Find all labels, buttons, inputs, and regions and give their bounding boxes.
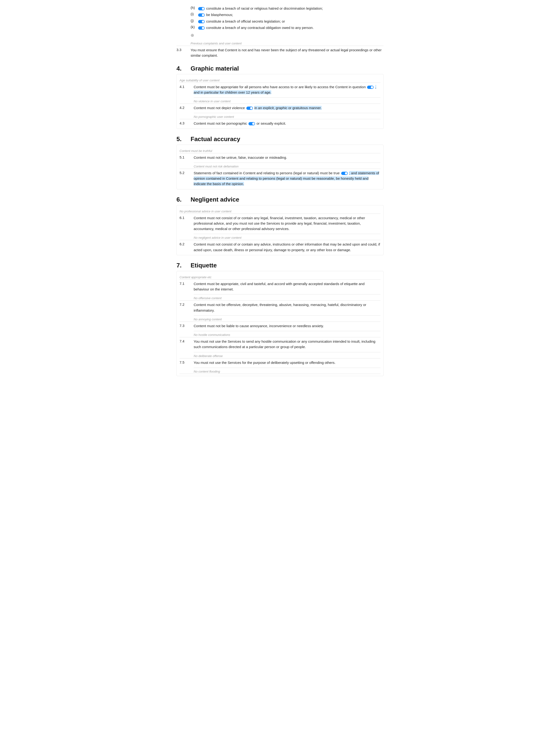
clause-5-1-text: Content must not be untrue, false, inacc… [194,155,381,160]
section6-title: Negligent advice [190,196,239,203]
clause-7-1-num: 7.1 [179,281,194,286]
list-label-h: (h) [190,6,198,10]
list-item-j-toggle: constitute a breach of official secrets … [198,19,285,24]
clause-7-2-text: Content must not be offensive, deceptive… [194,302,381,313]
cross-icon-row: ⊕ [190,33,384,37]
list-item-h: (h) constitute a breach of racial or rel… [190,6,384,11]
toggle-i[interactable] [198,13,205,17]
clause-6-2-row: 6.2 Content must not consist of or conta… [179,242,381,253]
cross-icon: ⊕ [190,33,195,37]
clause-7-3-label: No annoying content [194,315,381,321]
clause-7-5-num: 7.5 [179,360,194,364]
clause-4-1-label: Age suitability of user content [179,79,381,82]
clause-7-2-label: No offensive content [194,294,381,300]
section4-box: Age suitability of user content 4.1 Cont… [176,74,384,129]
clause-7-4-row: 7.4 You must not use the Services to sen… [179,339,381,350]
clause-4-3-after: or sexually explicit. [257,121,286,125]
clause-4-2-after: in an explicit, graphic or gratuitous ma… [254,106,322,110]
clause-6-2-text: Content must not consist of or contain a… [194,242,381,253]
clause-7-5-row: 7.5 You must not use the Services for th… [179,360,381,365]
list-label-j: (j) [190,19,198,23]
section5-number: 5. [176,136,190,143]
toggle-j[interactable] [198,20,205,23]
section6-number: 6. [176,196,190,203]
list-item-k-toggle: constitute a breach of any contractual o… [198,25,314,30]
section4-header: 4. Graphic material [176,65,384,72]
clause-6-2-num: 6.2 [179,242,194,246]
clause-6-1-num: 6.1 [179,215,194,220]
clause-5-2-num: 5.2 [179,170,194,175]
clause-4-1-text: Content must be appropriate for all pers… [194,84,381,95]
clause-3-3-num: 3.3 [176,47,190,52]
clause-7-1-row: 7.1 Content must be appropriate, civil a… [179,281,381,292]
list-items-hk: (h) constitute a breach of racial or rel… [176,6,384,30]
clause-7-4-num: 7.4 [179,339,194,343]
clause-6-1-text: Content must not consist of or contain a… [194,215,381,232]
section4-number: 4. [176,65,190,72]
list-item-j: (j) constitute a breach of official secr… [190,19,384,24]
section5-header: 5. Factual accuracy [176,136,384,143]
clause-6-2-label: No negligent advice in user content [194,234,381,240]
clause-4-1-num: 4.1 [179,84,194,89]
clause-4-3-text: Content must not be pornographic or sexu… [194,121,381,126]
section6-box: No professional advice in user content 6… [176,205,384,255]
section5-title: Factual accuracy [190,136,240,143]
clause-7-1-text: Content must be appropriate, civil and t… [194,281,381,292]
clause-4-2-text: Content must not depict violence in an e… [194,105,381,111]
list-item-i: (i) be blasphemous; [190,12,384,17]
toggle-4-3[interactable] [249,122,255,125]
clause-3-3-row: 3.3 You must ensure that Content is not … [176,47,384,58]
clause-no-flooding-label: No content flooding [194,367,381,373]
list-item-i-toggle: be blasphemous; [198,12,233,17]
clause-7-4-text: You must not use the Services to send an… [194,339,381,350]
clause-5-1-row: 5.1 Content must not be untrue, false, i… [179,155,381,160]
clause-7-2-row: 7.2 Content must not be offensive, decep… [179,302,381,313]
clause-7-3-num: 7.3 [179,323,194,328]
clause-7-3-text: Content must not be liable to cause anno… [194,323,381,329]
clause-3-3-text: You must ensure that Content is not and … [190,47,384,58]
clause-5-1-label: Content must be truthful [179,149,381,153]
prev-complaints-label: Previous complaints and user content [190,40,384,45]
clause-6-1-label: No professional advice in user content [179,209,381,213]
section7-title: Etiquette [190,262,217,269]
toggle-k[interactable] [198,26,205,30]
toggle-h[interactable] [198,7,205,10]
clause-4-2-label: No violence in user content [194,97,381,103]
section7-number: 7. [176,262,190,269]
clause-7-2-num: 7.2 [179,302,194,306]
clause-4-3-label: No pornographic user content [194,113,381,119]
clause-7-3-row: 7.3 Content must not be liable to cause … [179,323,381,329]
toggle-4-2[interactable] [246,107,253,110]
clause-5-2-text: Statements of fact contained in Content … [194,170,381,187]
toggle-5-2[interactable] [341,172,348,175]
list-label-k: (k) [190,25,198,29]
clause-4-3-row: 4.3 Content must not be pornographic or … [179,121,381,126]
clause-5-1-num: 5.1 [179,155,194,159]
clause-7-1-label: Content appropriate etc [179,275,381,279]
section7-header: 7. Etiquette [176,262,384,269]
clause-7-5-text: You must not use the Services for the pu… [194,360,381,365]
list-label-i: (i) [190,12,198,16]
section5-box: Content must be truthful 5.1 Content mus… [176,145,384,189]
clause-4-3-num: 4.3 [179,121,194,125]
clause-4-2-num: 4.2 [179,105,194,110]
clause-7-4-label: No hostile communications [194,331,381,336]
section4-title: Graphic material [190,65,239,72]
toggle-4-1[interactable] [367,86,374,89]
list-item-h-toggle: constitute a breach of racial or religio… [198,6,323,11]
list-item-k: (k) constitute a breach of any contractu… [190,25,384,30]
clause-6-1-row: 6.1 Content must not consist of or conta… [179,215,381,232]
clause-5-2-label: Content must not risk defamation [194,162,381,168]
clause-4-2-row: 4.2 Content must not depict violence in … [179,105,381,111]
clause-4-1-row: 4.1 Content must be appropriate for all … [179,84,381,95]
section7-box: Content appropriate etc 7.1 Content must… [176,271,384,376]
clause-5-2-row: 5.2 Statements of fact contained in Cont… [179,170,381,187]
section6-header: 6. Negligent advice [176,196,384,203]
clause-7-5-label: No deliberate offense [194,352,381,358]
